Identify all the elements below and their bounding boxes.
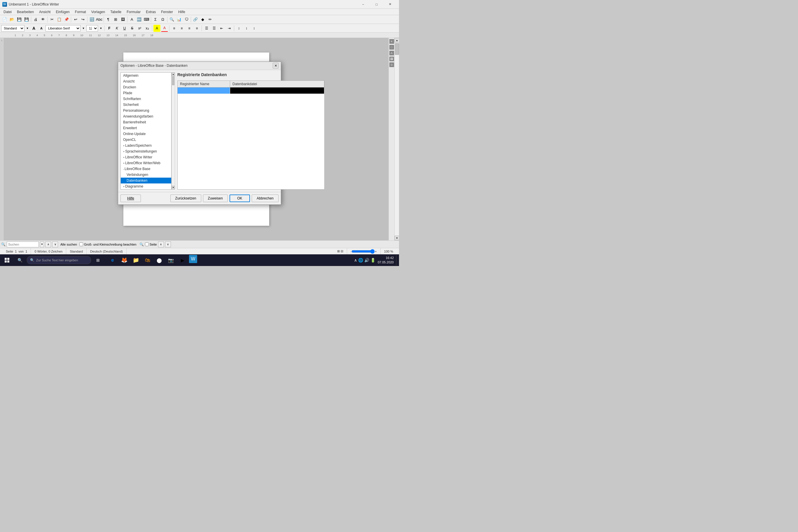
dialog-footer: Hilfe Zurücksetzen Zuweisen OK Abbrechen	[118, 192, 281, 205]
section-title: Registrierte Datenbanken	[177, 72, 325, 78]
tree-item-diagramme[interactable]: +Diagramme	[121, 184, 171, 189]
help-button[interactable]: Hilfe	[120, 194, 141, 202]
tree-item-datenbanken[interactable]: Datenbanken	[121, 178, 171, 184]
db-row-0[interactable]: ████████████████ ███████████████████████…	[178, 88, 324, 94]
tree-item-opencl[interactable]: OpenCL	[121, 137, 171, 142]
tree-panel: Allgemein Ansicht Drucken Pfade Schrifta…	[120, 72, 171, 190]
db-cell-name-0: ████████████████	[178, 88, 230, 94]
ok-button[interactable]: OK	[230, 194, 250, 202]
tree-panel-wrapper: Allgemein Ansicht Drucken Pfade Schrifta…	[120, 72, 175, 190]
tree-item-allgemein[interactable]: Allgemein	[121, 73, 171, 78]
tree-scroll-track	[172, 76, 175, 186]
tree-item-ansicht[interactable]: Ansicht	[121, 78, 171, 84]
tree-scroll-down[interactable]: ▼	[172, 186, 175, 189]
tree-item-spracheinstellungen[interactable]: +Spracheinstellungen	[121, 149, 171, 154]
tree-item-verbindungen[interactable]: Verbindungen	[121, 172, 171, 178]
dialog-btn-group: Zurücksetzen Zuweisen OK Abbrechen	[170, 194, 279, 202]
modal-overlay: Optionen - LibreOffice Base - Datenbanke…	[0, 0, 399, 266]
dialog-close-button[interactable]: ✕	[273, 63, 279, 69]
tree-item-writer-web[interactable]: +LibreOffice Writer/Web	[121, 160, 171, 166]
tree-scroll-up[interactable]: ▲	[172, 73, 175, 76]
tree-scrollbar[interactable]: ▲ ▼	[171, 72, 175, 190]
assign-button[interactable]: Zuweisen	[203, 194, 228, 202]
reset-button[interactable]: Zurücksetzen	[170, 194, 201, 202]
db-cell-file-0: ████████████████████████████████████	[230, 88, 324, 94]
tree-item-drucken[interactable]: Drucken	[121, 84, 171, 90]
tree-item-pfade[interactable]: Pfade	[121, 90, 171, 96]
dialog-title-bar: Optionen - LibreOffice Base - Datenbanke…	[118, 62, 281, 70]
dialog-body: Allgemein Ansicht Drucken Pfade Schrifta…	[118, 70, 281, 192]
options-dialog: Optionen - LibreOffice Base - Datenbanke…	[118, 61, 281, 205]
tree-scroll-thumb[interactable]	[172, 76, 174, 85]
tree-item-laden[interactable]: +Laden/Speichern	[121, 142, 171, 149]
app-window: W Unbenannt 1 - LibreOffice Writer − □ ✕…	[0, 0, 399, 266]
tree-item-writer[interactable]: +LibreOffice Writer	[121, 154, 171, 160]
tree-item-barrierefreiheit[interactable]: Barrierefreiheit	[121, 119, 171, 125]
col-name-header: Registrierter Name	[178, 81, 230, 87]
tree-item-sicherheit[interactable]: Sicherheit	[121, 102, 171, 108]
tree-item-erweitert[interactable]: Erweitert	[121, 125, 171, 131]
tree-item-personalisierung[interactable]: Personalisierung	[121, 108, 171, 113]
content-panel: Registrierte Datenbanken Registrierter N…	[177, 72, 325, 190]
tree-item-libreoffice-base[interactable]: -LibreOffice Base	[121, 166, 171, 172]
tree-item-schriftarten[interactable]: Schriftarten	[121, 96, 171, 102]
db-table-header: Registrierter Name Datenbankdatei	[178, 81, 324, 88]
dialog-title: Optionen - LibreOffice Base - Datenbanke…	[120, 63, 188, 68]
col-file-header: Datenbankdatei	[230, 81, 324, 87]
cancel-button[interactable]: Abbrechen	[252, 194, 279, 202]
tree-item-anwendungsfarben[interactable]: Anwendungsfarben	[121, 113, 171, 119]
db-table: Registrierter Name Datenbankdatei ██████…	[177, 80, 325, 190]
tree-item-online-update[interactable]: Online-Update	[121, 131, 171, 137]
